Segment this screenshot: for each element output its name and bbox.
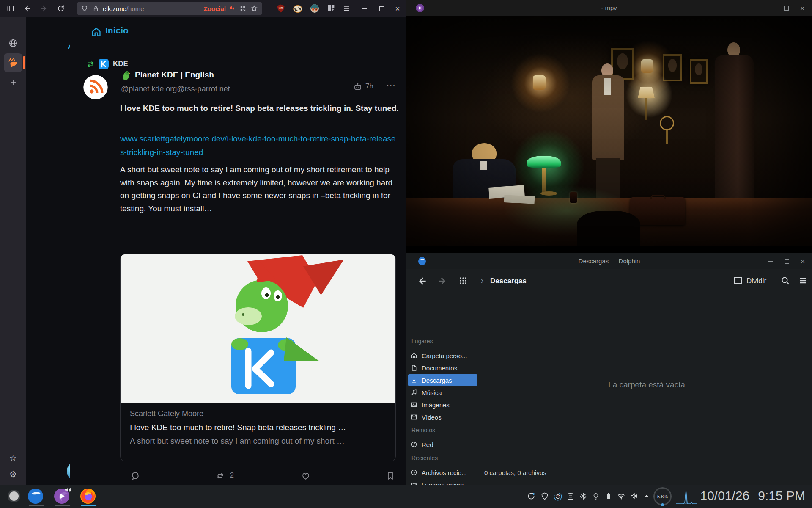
place-recent-files[interactable]: Archivos recie... — [408, 467, 477, 478]
icon-view-grid-icon[interactable] — [458, 276, 469, 287]
place-music[interactable]: Música — [408, 387, 477, 398]
updates-tray-icon[interactable] — [527, 492, 535, 500]
dolphin-menu-icon[interactable] — [798, 276, 809, 287]
elk-sidebar: @ # — [26, 17, 70, 485]
place-videos[interactable]: Vídeos — [408, 411, 477, 423]
place-downloads[interactable]: Descargas — [408, 374, 477, 386]
card-title: I love KDE too much to retire! Snap beta… — [130, 423, 386, 432]
task-mpv-icon[interactable] — [53, 488, 70, 505]
task-indicator-mpv — [55, 505, 70, 506]
post-timestamp[interactable]: 7h — [365, 82, 373, 91]
taskbar-clock[interactable]: 10/01/26 9:15 PM — [700, 489, 805, 503]
boost-button[interactable] — [215, 471, 225, 481]
place-label: Archivos recie... — [422, 469, 467, 476]
url-bar[interactable]: elk.zone/home Zoocial — [77, 2, 262, 15]
dolphin-search-icon[interactable] — [780, 276, 791, 287]
lock-icon[interactable] — [92, 5, 99, 12]
shield-tray-icon[interactable] — [540, 492, 549, 500]
globe-tab-icon[interactable] — [8, 38, 18, 48]
dolphin-back-button[interactable] — [417, 276, 428, 287]
mpv-maximize-button[interactable] — [780, 0, 793, 16]
booster-name[interactable]: KDE — [113, 60, 128, 68]
video-frame[interactable] — [406, 16, 812, 246]
clock-icon — [411, 469, 417, 476]
dolphin-maximize-button[interactable] — [780, 253, 793, 269]
place-documents[interactable]: Documentos — [408, 362, 477, 374]
place-network[interactable]: Red — [408, 439, 477, 450]
url-text[interactable]: elk.zone/home — [103, 5, 144, 12]
elk-timeline: Inicio KDE Planet KDE | English @planet.… — [70, 17, 405, 485]
menu-hamburger-icon[interactable] — [342, 3, 352, 14]
ublock-extension-icon[interactable]: UO — [276, 3, 286, 14]
breadcrumb-chevron: › — [481, 276, 484, 285]
task-indicator-firefox-active — [81, 505, 96, 506]
place-pictures[interactable]: Imágenes — [408, 399, 477, 411]
mpv-title: - mpv — [406, 4, 812, 11]
boost-icon — [85, 59, 96, 69]
split-button[interactable]: Dividir — [746, 277, 766, 285]
bookmark-button[interactable] — [385, 471, 395, 481]
recorder-indicator[interactable] — [8, 490, 20, 502]
forward-button[interactable] — [39, 3, 49, 14]
dolphin-close-button[interactable]: × — [796, 253, 809, 269]
close-button[interactable]: × — [392, 3, 403, 14]
wifi-tray-icon[interactable] — [617, 492, 625, 500]
page-title[interactable]: Inicio — [105, 25, 129, 36]
bookmarks-star-icon[interactable]: ☆ — [8, 453, 18, 463]
network-sparkline[interactable] — [676, 490, 697, 504]
boost-count: 2 — [230, 472, 240, 482]
dolphin-forward-button[interactable] — [437, 276, 448, 287]
task-firefox-icon[interactable] — [80, 488, 96, 505]
bluetooth-tray-icon[interactable] — [579, 492, 587, 500]
parrot-emoji — [121, 70, 132, 81]
places-panel: Lugares Carpeta perso... Documentos Desc… — [406, 292, 481, 465]
place-home[interactable]: Carpeta perso... — [408, 350, 477, 362]
breadcrumb[interactable]: Descargas — [490, 277, 527, 285]
dolphin-minimize-button[interactable] — [764, 253, 776, 269]
active-tab-elk[interactable] — [4, 53, 22, 72]
post-title: I love KDE too much to retire! Snap beta… — [120, 102, 399, 115]
mpv-titlebar[interactable]: - mpv × — [406, 0, 812, 16]
like-button[interactable] — [301, 471, 311, 481]
mpv-close-button[interactable]: × — [796, 0, 809, 16]
raccoon-extension-icon[interactable] — [310, 3, 320, 14]
split-view-icon[interactable] — [733, 276, 744, 287]
bookmark-star-icon[interactable] — [250, 5, 258, 12]
sidebar-toggle-icon[interactable] — [5, 3, 16, 14]
reload-button[interactable] — [56, 3, 66, 14]
tray-expand-caret-icon[interactable] — [643, 494, 652, 502]
battery-tray-icon[interactable] — [604, 492, 613, 500]
back-button[interactable] — [22, 3, 32, 14]
kde-logo[interactable] — [98, 58, 109, 69]
svg-text:?: ? — [557, 495, 559, 498]
settings-gear-icon[interactable]: ⚙ — [8, 469, 18, 479]
clock-date: 10/01/26 — [700, 489, 749, 503]
link-preview-card[interactable]: Scarlett Gately Moore I love KDE too muc… — [120, 254, 396, 461]
container-icon[interactable] — [239, 5, 247, 12]
nightlight-tray-icon[interactable] — [592, 492, 600, 500]
badger-extension-icon[interactable] — [293, 3, 303, 14]
volume-tray-icon[interactable] — [630, 492, 638, 500]
extensions-puzzle-icon[interactable] — [326, 3, 337, 14]
post-link[interactable]: www.scarlettgatelymoore.dev/i-love-kde-t… — [120, 134, 396, 157]
sync-tray-icon[interactable]: ? — [553, 492, 562, 500]
firefox-window: elk.zone/home Zoocial UO — [0, 0, 406, 485]
dolphin-titlebar[interactable]: Descargas — Dolphin × — [406, 253, 812, 269]
bookmark-name-label: Zoocial — [203, 5, 226, 12]
post-avatar[interactable] — [83, 75, 108, 100]
reply-button[interactable] — [130, 471, 140, 481]
maximize-button[interactable] — [376, 3, 387, 14]
task-dolphin-icon[interactable] — [27, 488, 44, 505]
minimize-button[interactable] — [359, 3, 370, 14]
audio-badge-icon — [63, 486, 72, 494]
author-name[interactable]: Planet KDE | English — [135, 70, 214, 80]
clipboard-tray-icon[interactable] — [566, 492, 575, 500]
post-menu-button[interactable]: ⋯ — [386, 80, 396, 91]
shield-icon[interactable] — [81, 5, 88, 12]
mpv-minimize-button[interactable] — [763, 0, 776, 16]
author-handle[interactable]: @planet.kde.org@rss-parrot.net — [121, 85, 230, 94]
cpu-usage-gauge[interactable]: 5.6% — [653, 487, 672, 505]
new-tab-icon[interactable] — [8, 77, 18, 87]
home-header-icon — [91, 26, 102, 38]
clock-time: 9:15 PM — [758, 489, 805, 503]
